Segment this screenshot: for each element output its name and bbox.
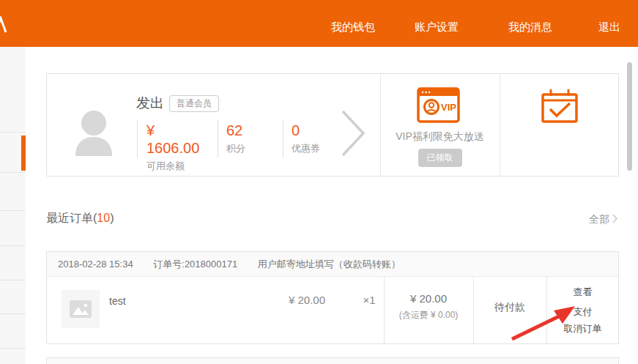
product-quantity: ×1 <box>351 294 387 306</box>
sidebar-divider <box>0 132 26 133</box>
order-status: 待付款 <box>473 301 546 314</box>
order-action-view[interactable]: 查看 <box>546 286 619 299</box>
view-all-orders-link[interactable]: 全部 <box>589 213 616 226</box>
order-datetime: 2018-02-28 15:34 <box>58 259 133 270</box>
order-action-pay[interactable]: 支付 <box>546 305 619 319</box>
vip-browser-icon: VIP <box>417 86 461 127</box>
scrollbar-thumb[interactable] <box>627 62 632 171</box>
order-header: 2018-02-28 15:34 订单号:2018000171 用户邮寄地址填写… <box>47 252 618 277</box>
username: 发出 <box>136 94 164 113</box>
member-level-badge: 普通会员 <box>169 95 219 112</box>
recent-orders-title-close: ) <box>110 212 114 224</box>
nav-my-wallet[interactable]: 我的钱包 <box>331 21 375 34</box>
sidebar-divider <box>0 280 26 281</box>
recent-orders-title: 最近订单(10) <box>46 211 114 226</box>
sidebar-active-indicator[interactable] <box>21 135 26 171</box>
vip-claimed-button[interactable]: 已领取 <box>418 149 462 167</box>
sidebar <box>0 47 26 364</box>
svg-text:VIP: VIP <box>441 102 456 113</box>
points-label: 积分 <box>226 142 245 155</box>
order-total-amount: ¥ 20.00 <box>384 292 473 305</box>
recent-orders-title-text: 最近订单( <box>46 212 97 224</box>
user-summary-card: 发出 普通会员 ¥ 1606.00 可用余额 62 积分 0 优惠券 VIP V… <box>46 73 619 177</box>
site-logo-icon <box>0 16 7 37</box>
nav-logout[interactable]: 退出 <box>598 21 620 34</box>
nav-account-settings[interactable]: 账户设置 <box>415 21 459 34</box>
recent-orders-count: 10 <box>97 212 110 224</box>
product-name-link[interactable]: test <box>109 295 126 307</box>
nav-my-messages[interactable]: 我的消息 <box>508 21 552 34</box>
product-thumbnail <box>62 290 100 328</box>
coupons-value: 0 <box>292 122 300 139</box>
order-body: test ¥ 20.00 ×1 ¥ 20.00 (含运费 ¥ 0.00) 待付款… <box>47 277 618 343</box>
view-all-label: 全部 <box>589 213 609 225</box>
sidebar-divider <box>0 313 26 314</box>
sidebar-divider <box>0 245 26 246</box>
balance-value: ¥ 1606.00 <box>146 122 211 157</box>
vip-promo-title: VIP福利限免大放送 <box>380 130 500 144</box>
points-value: 62 <box>226 122 242 139</box>
order-card: 2018-02-28 15:34 订单号:2018000171 用户邮寄地址填写… <box>46 251 619 344</box>
coupons-label: 优惠券 <box>292 142 320 155</box>
vip-promo-banner[interactable]: VIP VIP福利限免大放送 已领取 <box>380 74 500 176</box>
stat-divider <box>283 119 283 157</box>
calendar-check-icon <box>541 88 579 127</box>
order-action-cancel[interactable]: 取消订单 <box>546 322 619 335</box>
user-avatar <box>74 109 114 159</box>
balance-label: 可用余额 <box>146 160 185 173</box>
sidebar-divider <box>0 210 26 211</box>
stat-divider <box>137 119 138 157</box>
stat-divider <box>218 119 218 157</box>
checkin-calendar-banner[interactable] <box>500 74 620 176</box>
sidebar-divider <box>0 348 26 349</box>
next-order-card-partial <box>46 357 619 364</box>
sidebar-divider <box>0 172 26 173</box>
order-number: 订单号:2018000171 <box>153 259 237 270</box>
order-shipping-note: (含运费 ¥ 0.00) <box>384 309 473 322</box>
carousel-next-icon[interactable] <box>340 109 368 160</box>
product-unit-price: ¥ 20.00 <box>259 294 325 306</box>
chevron-right-icon <box>612 214 618 226</box>
order-note: 用户邮寄地址填写（收款码转账） <box>258 259 401 270</box>
image-placeholder-icon <box>69 300 92 319</box>
top-nav-bar: 我的钱包 账户设置 我的消息 退出 <box>0 0 638 47</box>
